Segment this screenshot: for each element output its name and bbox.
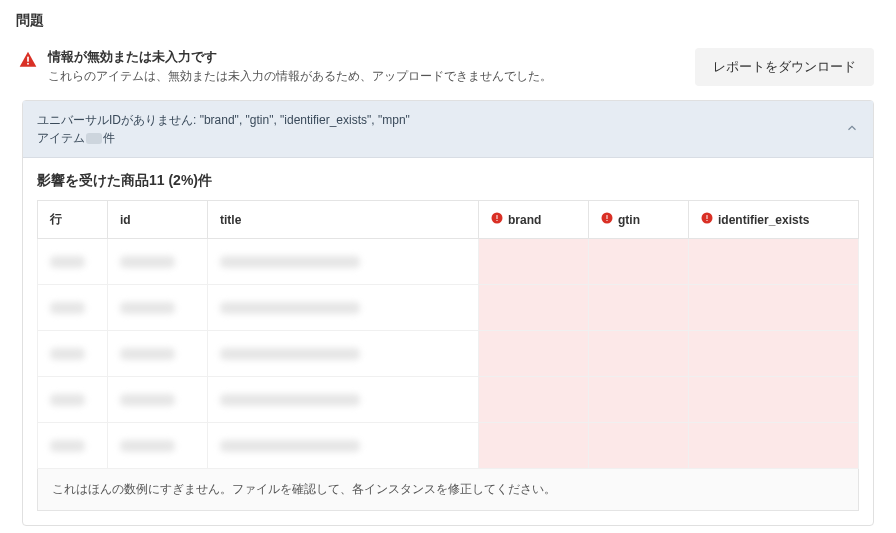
accordion-header[interactable]: ユニバーサルIDがありません: "brand", "gtin", "identi… xyxy=(23,101,873,158)
alert-description: これらのアイテムは、無効または未入力の情報があるため、アップロードできませんでし… xyxy=(48,68,552,85)
page-title: 問題 xyxy=(16,12,880,30)
warning-triangle-icon xyxy=(18,50,38,73)
table-footer-note: これはほんの数例にすぎません。ファイルを確認して、各インスタンスを修正してくださ… xyxy=(37,469,859,511)
affected-products-table: 行 id title brand gtin xyxy=(37,200,859,469)
column-header-identifier-exists: identifier_exists xyxy=(689,201,859,239)
svg-rect-9 xyxy=(707,215,708,219)
svg-rect-1 xyxy=(27,63,29,65)
svg-rect-10 xyxy=(707,220,708,221)
error-circle-icon xyxy=(491,212,503,227)
affected-products-title: 影響を受けた商品11 (2%)件 xyxy=(37,172,859,190)
column-header-id: id xyxy=(108,201,208,239)
alert-title: 情報が無効または未入力です xyxy=(48,48,552,66)
accordion-error-message: ユニバーサルIDがありません: "brand", "gtin", "identi… xyxy=(37,111,410,129)
error-accordion: ユニバーサルIDがありません: "brand", "gtin", "identi… xyxy=(22,100,874,526)
accordion-item-count: アイテム件 xyxy=(37,129,410,147)
svg-rect-6 xyxy=(607,215,608,219)
table-row xyxy=(38,285,859,331)
chevron-up-icon xyxy=(845,121,859,138)
table-row xyxy=(38,331,859,377)
svg-rect-7 xyxy=(607,220,608,221)
alert-row: 情報が無効または未入力です これらのアイテムは、無効または未入力の情報があるため… xyxy=(16,48,880,86)
error-circle-icon xyxy=(601,212,613,227)
table-row xyxy=(38,239,859,285)
column-header-gtin: gtin xyxy=(589,201,689,239)
accordion-body: 影響を受けた商品11 (2%)件 行 id title brand xyxy=(23,158,873,525)
column-header-row: 行 xyxy=(38,201,108,239)
svg-rect-3 xyxy=(497,215,498,219)
error-circle-icon xyxy=(701,212,713,227)
svg-rect-4 xyxy=(497,220,498,221)
svg-rect-0 xyxy=(27,57,29,62)
table-row xyxy=(38,377,859,423)
column-header-brand: brand xyxy=(479,201,589,239)
column-header-title: title xyxy=(208,201,479,239)
download-report-button[interactable]: レポートをダウンロード xyxy=(695,48,874,86)
table-row xyxy=(38,423,859,469)
